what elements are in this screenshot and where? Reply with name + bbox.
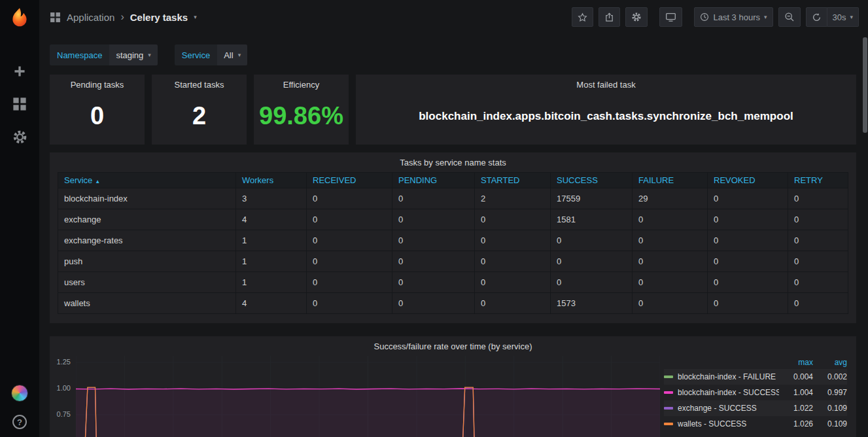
- star-dashboard-button[interactable]: [572, 7, 593, 27]
- user-avatar[interactable]: [9, 382, 31, 404]
- pending-tasks-value: 0: [50, 94, 145, 145]
- column-header[interactable]: STARTED: [475, 173, 551, 188]
- chevron-down-icon: ▾: [764, 14, 767, 20]
- table-cell: 0: [392, 293, 475, 314]
- series-color-swatch: [664, 391, 673, 394]
- service-label: Service: [175, 44, 217, 65]
- column-header[interactable]: Workers: [236, 173, 307, 188]
- legend-item[interactable]: blockchain-index - FAILURE0.0040.002: [664, 369, 847, 385]
- plot-area[interactable]: [76, 356, 660, 437]
- chart-svg: [76, 356, 660, 437]
- service-select[interactable]: All ▾: [217, 44, 247, 65]
- table-cell: 0: [475, 230, 551, 251]
- panel-title[interactable]: Pending tasks: [50, 75, 145, 94]
- apps-grid-icon: [50, 12, 61, 23]
- refresh-interval-picker[interactable]: 30s ▾: [827, 7, 859, 27]
- table-cell: 1: [236, 272, 307, 293]
- share-dashboard-button[interactable]: [599, 7, 620, 27]
- table-cell: 0: [551, 230, 633, 251]
- series-name: exchange - SUCCESS: [678, 404, 757, 413]
- grafana-logo[interactable]: [9, 7, 31, 29]
- column-header[interactable]: RETRY: [788, 173, 848, 188]
- help-icon: ?: [17, 417, 22, 427]
- column-header[interactable]: Service▲: [58, 173, 236, 188]
- series-max: 1.004: [779, 388, 813, 397]
- started-tasks-value: 2: [152, 94, 247, 145]
- table-row: wallets40001573000: [58, 293, 848, 314]
- tv-mode-button[interactable]: [659, 7, 682, 27]
- help-button[interactable]: ?: [12, 415, 27, 429]
- table-cell: 0: [788, 188, 848, 209]
- panel-title[interactable]: Started tasks: [152, 75, 247, 94]
- zoom-out-icon: [784, 12, 795, 22]
- sidebar-dashboards-button[interactable]: [10, 94, 29, 114]
- table-cell: 0: [633, 230, 708, 251]
- series-avg: 0.109: [813, 404, 847, 413]
- breadcrumb-folder[interactable]: Application: [67, 12, 114, 23]
- table-cell: 0: [307, 293, 392, 314]
- table-cell: 1: [236, 251, 307, 272]
- panel-title[interactable]: Efficiency: [254, 75, 349, 94]
- dashboard-settings-button[interactable]: [625, 7, 648, 27]
- table-cell: 0: [633, 209, 708, 230]
- table-cell: 1581: [551, 209, 633, 230]
- legend-avg-header[interactable]: avg: [813, 358, 847, 367]
- panel-started-tasks: Started tasks 2: [152, 75, 247, 145]
- panel-title[interactable]: Most failed task: [356, 75, 856, 94]
- series-avg: 0.002: [813, 372, 847, 381]
- sort-asc-icon: ▲: [95, 179, 100, 184]
- star-icon: [578, 12, 587, 22]
- panel-title[interactable]: Success/failure rate over time (by servi…: [50, 336, 856, 356]
- table-cell: 0: [708, 293, 788, 314]
- legend-item[interactable]: wallets - SUCCESS1.0260.109: [664, 416, 847, 432]
- table-cell: 0: [788, 209, 848, 230]
- column-header[interactable]: RECEIVED: [307, 173, 392, 188]
- column-header[interactable]: PENDING: [392, 173, 475, 188]
- table-body: blockchain-index3002175592900exchange400…: [58, 188, 848, 314]
- breadcrumb-dashboard-title[interactable]: Celery tasks: [130, 12, 188, 23]
- series-avg: 0.997: [813, 388, 847, 397]
- variable-filters: Namespace staging ▾ Service All ▾: [50, 44, 856, 65]
- table-cell: 1: [236, 230, 307, 251]
- table-cell: 0: [708, 251, 788, 272]
- sidebar-settings-button[interactable]: [10, 127, 30, 147]
- breadcrumb: Application › Celery tasks ▾: [50, 11, 197, 23]
- scrollbar[interactable]: [863, 37, 867, 133]
- namespace-select[interactable]: staging ▾: [109, 44, 157, 65]
- column-header[interactable]: FAILURE: [633, 173, 708, 188]
- table-cell: 0: [307, 209, 392, 230]
- table-row: users10000000: [58, 272, 848, 293]
- time-range-picker[interactable]: Last 3 hours ▾: [694, 7, 773, 27]
- y-axis: 1.251.000.75: [50, 356, 76, 437]
- table-cell: 0: [788, 272, 848, 293]
- column-header[interactable]: REVOKED: [708, 173, 788, 188]
- sidebar-create-button[interactable]: [10, 61, 29, 81]
- stat-panels-row: Pending tasks 0 Started tasks 2 Efficien…: [50, 75, 856, 145]
- panel-title[interactable]: Tasks by service name stats: [58, 152, 848, 172]
- series-name: wallets - SUCCESS: [678, 419, 746, 428]
- chevron-down-icon[interactable]: ▾: [194, 14, 197, 20]
- sidebar-bottom: ?: [9, 382, 31, 429]
- series-color-swatch: [664, 376, 673, 378]
- table-cell: 0: [475, 209, 551, 230]
- namespace-value: staging: [116, 50, 143, 60]
- dashboard-content: Namespace staging ▾ Service All ▾ Pendin…: [39, 34, 868, 437]
- column-header[interactable]: SUCCESS: [551, 173, 633, 188]
- legend-item[interactable]: blockchain-index - SUCCESS1.0040.997: [664, 385, 847, 400]
- table-cell: 0: [788, 230, 848, 251]
- legend-header: max avg: [664, 356, 847, 369]
- chart-legend: max avg blockchain-index - FAILURE0.0040…: [660, 356, 856, 437]
- table-cell: 0: [788, 293, 848, 314]
- chevron-down-icon: ▾: [238, 52, 241, 58]
- table-cell: 0: [307, 230, 392, 251]
- legend-item[interactable]: exchange - SUCCESS1.0220.109: [664, 400, 847, 416]
- legend-rows: blockchain-index - FAILURE0.0040.002bloc…: [664, 369, 847, 432]
- series-max: 1.026: [779, 419, 813, 428]
- table-cell: 0: [708, 188, 788, 209]
- panel-most-failed-task: Most failed task blockchain_index.apps.b…: [356, 75, 856, 145]
- refresh-button[interactable]: [806, 7, 827, 27]
- table-cell: 0: [633, 272, 708, 293]
- series-name: blockchain-index - SUCCESS: [678, 388, 779, 397]
- zoom-out-button[interactable]: [778, 7, 801, 27]
- legend-max-header[interactable]: max: [779, 358, 813, 367]
